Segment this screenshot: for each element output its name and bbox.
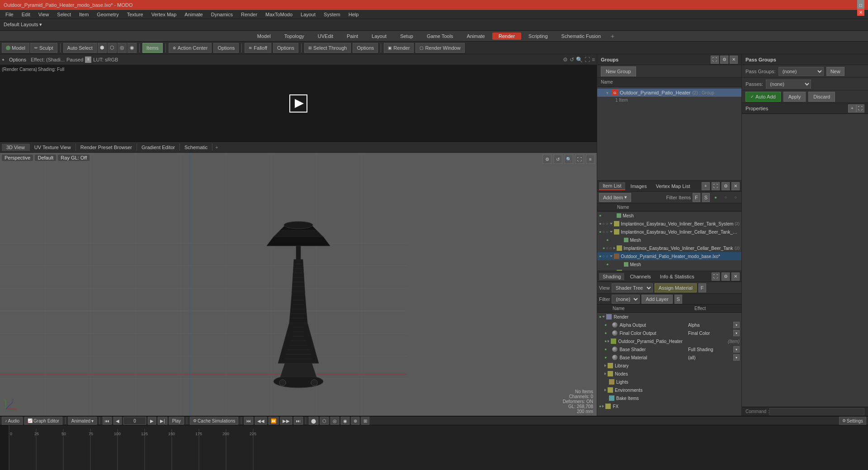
menu-texture[interactable]: Texture	[123, 11, 147, 18]
item-row-cellar[interactable]: ● ○ ○ Implantinox_Easybrau_Velo_Inliner_…	[597, 244, 741, 252]
sh-chevron-base-shader[interactable]: ▾	[733, 346, 740, 352]
sh-row-base-shader[interactable]: ● Base Shader Full Shading ▾	[597, 345, 741, 353]
item-row-cellar-mod[interactable]: ● ○ ○ Implantinox_Easybrau_Velo_Inliner_…	[597, 228, 741, 236]
filter-s-btn[interactable]: S	[702, 193, 710, 202]
bb-icon-8[interactable]: ◎	[330, 417, 339, 425]
sh-row-base-material[interactable]: ● Base Material (all) ▾	[597, 353, 741, 362]
prev-frame-btn[interactable]: ◀	[113, 417, 122, 425]
animated-btn[interactable]: Animated ▾	[68, 417, 97, 425]
close-btn[interactable]: ✕	[857, 9, 864, 16]
tab-animate[interactable]: Animate	[460, 33, 491, 40]
assign-f-btn[interactable]: F	[698, 283, 706, 292]
new-group-btn[interactable]: New Group	[601, 66, 636, 76]
bb-icon-9[interactable]: ◉	[341, 417, 349, 425]
tab-schematic[interactable]: Schematic	[180, 144, 212, 151]
timeline-ruler[interactable]: 0 25 50 75 100 125 150 175 200 225	[9, 425, 868, 470]
bb-icon-3[interactable]: ⏩	[269, 417, 278, 425]
bb-icon-4[interactable]: ▶▶	[280, 417, 292, 425]
tab-layout[interactable]: Layout	[365, 33, 393, 40]
render-window-btn[interactable]: ▢ Render Window	[415, 43, 464, 53]
add-layer-btn[interactable]: Add Layer	[642, 295, 672, 304]
shading-tab-info[interactable]: Info & Statistics	[656, 273, 698, 280]
properties-add-btn[interactable]: +	[848, 104, 856, 113]
select-through-btn[interactable]: ⊞ Select Through	[304, 43, 351, 53]
itemlist-close-btn[interactable]: ✕	[731, 182, 740, 190]
il-vis-btn-3[interactable]: ○	[731, 193, 740, 202]
tab-scripting[interactable]: Scripting	[522, 33, 554, 40]
menu-render[interactable]: Render	[237, 11, 261, 18]
menu-item[interactable]: Item	[75, 11, 92, 18]
menu-vertex-map[interactable]: Vertex Map	[148, 11, 180, 18]
more-icon[interactable]: ≡	[592, 56, 595, 63]
render-btn[interactable]: ▣ Render	[384, 43, 414, 53]
add-view-tab-btn[interactable]: +	[212, 144, 221, 151]
menu-maxtomodo[interactable]: MaxToModo	[262, 11, 296, 18]
bb-icon-2[interactable]: ◀◀	[255, 417, 267, 425]
menu-system[interactable]: System	[320, 11, 344, 18]
sh-row-fx[interactable]: ● FX	[597, 402, 741, 410]
itemlist-tab-items[interactable]: Item List	[599, 182, 625, 190]
tab-gradient-editor[interactable]: Gradient Editor	[137, 144, 180, 151]
menu-dynamics[interactable]: Dynamics	[208, 11, 236, 18]
settings-icon[interactable]: ⚙	[563, 56, 568, 63]
play-button[interactable]	[289, 94, 307, 113]
frame-input[interactable]	[123, 417, 146, 425]
options-btn-1[interactable]: Options	[213, 43, 239, 53]
bb-icon-1[interactable]: ⏮	[244, 417, 253, 425]
menu-geometry[interactable]: Geometry	[93, 11, 122, 18]
item-row-system[interactable]: ● ○ ○ Implantinox_Easybrau_Velo_Inliner_…	[597, 220, 741, 228]
add-item-btn[interactable]: Add Item ▾	[599, 193, 631, 202]
shading-expand-btn[interactable]: ⛶	[712, 273, 720, 281]
sh-chevron-alpha[interactable]: ▾	[733, 322, 740, 328]
sh-row-lights[interactable]: Lights	[597, 378, 741, 386]
go-start-btn[interactable]: ⏮	[103, 417, 112, 425]
tab-render[interactable]: Render	[492, 33, 521, 40]
cache-simulations-btn[interactable]: ⚙ Cache Simulations	[190, 417, 238, 425]
options-item[interactable]: Options	[6, 56, 29, 63]
options-btn-3[interactable]: Options	[353, 43, 378, 53]
icon-btn-3[interactable]: ◎	[118, 43, 127, 53]
sh-row-final-color[interactable]: ● Final Color Output Final Color ▾	[597, 329, 741, 337]
filter-s-btn2[interactable]: S	[675, 295, 682, 304]
menu-animate[interactable]: Animate	[181, 11, 206, 18]
itemlist-add-btn[interactable]: +	[702, 182, 710, 190]
add-tab-btn[interactable]: +	[608, 32, 617, 41]
options-btn-2[interactable]: Options	[273, 43, 298, 53]
filter-dropdown[interactable]: (none)	[612, 295, 640, 304]
menu-help[interactable]: Help	[345, 11, 363, 18]
apply-btn[interactable]: Apply	[783, 92, 806, 102]
icon-btn-4[interactable]: ◉	[127, 43, 137, 53]
icon-btn-1[interactable]: ⬢	[98, 43, 107, 53]
items-btn[interactable]: Items	[142, 43, 163, 53]
item-row-mesh1[interactable]: ● Mesh	[597, 212, 741, 220]
expand-icon[interactable]: ⛶	[585, 56, 590, 63]
il-vis-btn-2[interactable]: ○	[722, 193, 730, 202]
groups-expand-btn[interactable]: ⛶	[711, 56, 719, 64]
filter-f-btn[interactable]: F	[693, 193, 700, 202]
sh-chevron-final[interactable]: ▾	[733, 330, 740, 336]
bb-icon-6[interactable]: ⬤	[309, 417, 318, 425]
search-icon[interactable]: 🔍	[576, 56, 583, 63]
sh-row-outdoor-item[interactable]: ● Outdoor_Pyramid_Patio_Heater (Item)	[597, 337, 741, 345]
itemlist-tab-images[interactable]: Images	[627, 183, 651, 190]
auto-select-btn[interactable]: Auto Select	[63, 43, 97, 53]
icon-btn-2[interactable]: ⬡	[108, 43, 117, 53]
item-row-mesh2[interactable]: ● Mesh	[597, 236, 741, 244]
sculpt-btn[interactable]: ✏ Sculpt	[30, 43, 57, 53]
shading-close-btn[interactable]: ✕	[731, 273, 740, 281]
groups-close-btn[interactable]: ✕	[730, 56, 738, 64]
item-row-outdoor-heater[interactable]: ● ○ ○ Outdoor_Pyramid_Patio_Heater	[597, 268, 741, 271]
action-center-btn[interactable]: ⊕ Action Center	[169, 43, 212, 53]
itemlist-expand-btn[interactable]: ⛶	[712, 182, 720, 190]
sh-row-nodes[interactable]: Nodes	[597, 370, 741, 378]
properties-expand-btn[interactable]: ⛶	[856, 104, 864, 113]
tab-game-tools[interactable]: Game Tools	[420, 33, 460, 40]
graph-editor-btn[interactable]: 📈 Graph Editor	[24, 417, 62, 425]
itemlist-settings-btn[interactable]: ⚙	[722, 182, 730, 190]
sh-row-bake[interactable]: Bake Items	[597, 394, 741, 402]
item-row-outdoor[interactable]: ● ○ ○ Outdoor_Pyramid_Patio_Heater_modo_…	[597, 252, 741, 260]
shader-tree-dropdown[interactable]: Shader Tree	[612, 283, 653, 292]
play-btn-label[interactable]: Play	[169, 417, 184, 425]
tab-3d-view[interactable]: 3D View	[2, 144, 30, 151]
sh-row-alpha[interactable]: ● Alpha Output Alpha ▾	[597, 321, 741, 329]
